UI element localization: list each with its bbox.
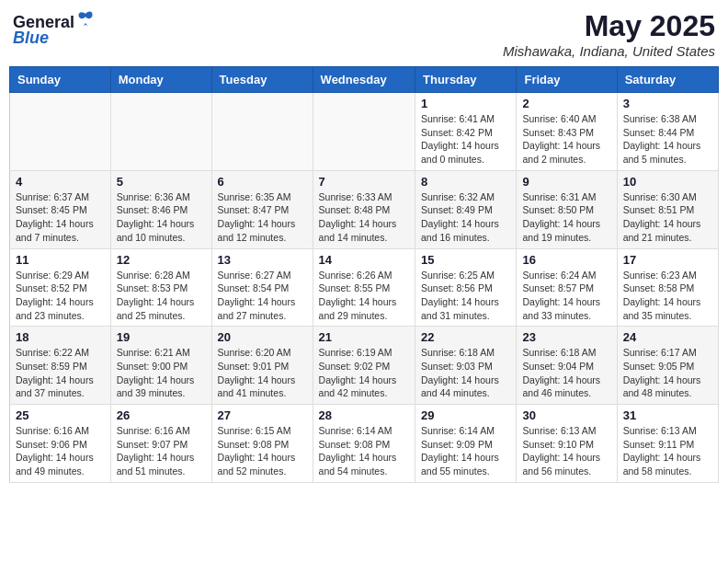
date-number: 24 [623, 330, 712, 344]
month-year-title: May 2025 [503, 9, 715, 43]
day-header-sunday: Sunday [10, 67, 111, 93]
cell-info: Sunrise: 6:13 AM Sunset: 9:10 PM Dayligh… [522, 424, 610, 478]
date-number: 3 [623, 97, 712, 110]
day-header-monday: Monday [110, 67, 211, 93]
calendar-cell: 10Sunrise: 6:30 AM Sunset: 8:51 PM Dayli… [617, 170, 718, 248]
date-number: 1 [421, 97, 510, 110]
date-number: 4 [16, 175, 105, 189]
date-number: 30 [522, 408, 610, 422]
calendar-week-row: 4Sunrise: 6:37 AM Sunset: 8:45 PM Daylig… [10, 170, 719, 248]
calendar-cell [110, 93, 211, 171]
date-number: 19 [117, 330, 206, 344]
cell-info: Sunrise: 6:20 AM Sunset: 9:01 PM Dayligh… [218, 346, 307, 400]
calendar-table: SundayMondayTuesdayWednesdayThursdayFrid… [9, 66, 719, 483]
calendar-cell: 2Sunrise: 6:40 AM Sunset: 8:43 PM Daylig… [517, 93, 617, 171]
date-number: 29 [421, 408, 510, 422]
calendar-cell: 18Sunrise: 6:22 AM Sunset: 8:59 PM Dayli… [10, 327, 111, 405]
date-number: 28 [319, 408, 409, 422]
cell-info: Sunrise: 6:40 AM Sunset: 8:43 PM Dayligh… [522, 112, 610, 167]
date-number: 23 [522, 330, 610, 344]
date-number: 13 [218, 253, 307, 267]
cell-info: Sunrise: 6:37 AM Sunset: 8:45 PM Dayligh… [16, 190, 105, 245]
calendar-cell: 13Sunrise: 6:27 AM Sunset: 8:54 PM Dayli… [211, 248, 313, 327]
calendar-cell: 12Sunrise: 6:28 AM Sunset: 8:53 PM Dayli… [110, 248, 211, 327]
calendar-cell: 17Sunrise: 6:23 AM Sunset: 8:58 PM Dayli… [617, 248, 718, 327]
day-header-friday: Friday [517, 67, 617, 93]
calendar-cell: 14Sunrise: 6:26 AM Sunset: 8:55 PM Dayli… [313, 248, 415, 327]
cell-info: Sunrise: 6:18 AM Sunset: 9:04 PM Dayligh… [522, 346, 610, 400]
day-header-tuesday: Tuesday [211, 67, 313, 93]
calendar-cell: 31Sunrise: 6:13 AM Sunset: 9:11 PM Dayli… [617, 405, 718, 483]
cell-info: Sunrise: 6:22 AM Sunset: 8:59 PM Dayligh… [16, 346, 105, 400]
cell-info: Sunrise: 6:15 AM Sunset: 9:08 PM Dayligh… [218, 424, 307, 478]
cell-info: Sunrise: 6:21 AM Sunset: 9:00 PM Dayligh… [117, 346, 206, 400]
cell-info: Sunrise: 6:16 AM Sunset: 9:07 PM Dayligh… [117, 424, 206, 478]
cell-info: Sunrise: 6:26 AM Sunset: 8:55 PM Dayligh… [319, 269, 409, 323]
calendar-cell [10, 93, 111, 171]
date-number: 26 [117, 408, 206, 422]
date-number: 10 [623, 175, 712, 189]
calendar-cell: 21Sunrise: 6:19 AM Sunset: 9:02 PM Dayli… [313, 327, 415, 405]
date-number: 12 [117, 253, 206, 267]
calendar-cell: 29Sunrise: 6:14 AM Sunset: 9:09 PM Dayli… [415, 405, 517, 483]
cell-info: Sunrise: 6:24 AM Sunset: 8:57 PM Dayligh… [522, 269, 610, 323]
day-header-thursday: Thursday [415, 67, 517, 93]
date-number: 9 [522, 175, 610, 189]
cell-info: Sunrise: 6:28 AM Sunset: 8:53 PM Dayligh… [117, 269, 206, 323]
calendar-cell: 26Sunrise: 6:16 AM Sunset: 9:07 PM Dayli… [110, 405, 211, 483]
cell-info: Sunrise: 6:27 AM Sunset: 8:54 PM Dayligh… [218, 269, 307, 323]
date-number: 14 [319, 253, 409, 267]
cell-info: Sunrise: 6:36 AM Sunset: 8:46 PM Dayligh… [117, 190, 206, 245]
cell-info: Sunrise: 6:18 AM Sunset: 9:03 PM Dayligh… [421, 346, 510, 400]
date-number: 31 [623, 408, 712, 422]
cell-info: Sunrise: 6:13 AM Sunset: 9:11 PM Dayligh… [623, 424, 712, 478]
calendar-cell: 30Sunrise: 6:13 AM Sunset: 9:10 PM Dayli… [517, 405, 617, 483]
cell-info: Sunrise: 6:25 AM Sunset: 8:56 PM Dayligh… [421, 269, 510, 323]
calendar-cell: 24Sunrise: 6:17 AM Sunset: 9:05 PM Dayli… [617, 327, 718, 405]
day-header-wednesday: Wednesday [313, 67, 415, 93]
calendar-cell: 6Sunrise: 6:35 AM Sunset: 8:47 PM Daylig… [211, 170, 313, 248]
date-number: 17 [623, 253, 712, 267]
date-number: 27 [218, 408, 307, 422]
cell-info: Sunrise: 6:29 AM Sunset: 8:52 PM Dayligh… [16, 269, 105, 323]
date-number: 18 [16, 330, 105, 344]
header: General Blue May 2025 Mishawaka, Indiana… [9, 9, 719, 59]
cell-info: Sunrise: 6:38 AM Sunset: 8:44 PM Dayligh… [623, 112, 712, 167]
calendar-cell: 1Sunrise: 6:41 AM Sunset: 8:42 PM Daylig… [415, 93, 517, 171]
calendar-week-row: 1Sunrise: 6:41 AM Sunset: 8:42 PM Daylig… [10, 93, 719, 171]
calendar-cell: 25Sunrise: 6:16 AM Sunset: 9:06 PM Dayli… [10, 405, 111, 483]
cell-info: Sunrise: 6:17 AM Sunset: 9:05 PM Dayligh… [623, 346, 712, 400]
cell-info: Sunrise: 6:41 AM Sunset: 8:42 PM Dayligh… [421, 112, 510, 167]
date-number: 16 [522, 253, 610, 267]
calendar-cell: 4Sunrise: 6:37 AM Sunset: 8:45 PM Daylig… [10, 170, 111, 248]
logo: General Blue [13, 9, 95, 48]
date-number: 22 [421, 330, 510, 344]
cell-info: Sunrise: 6:14 AM Sunset: 9:08 PM Dayligh… [319, 424, 409, 478]
calendar-cell [211, 93, 313, 171]
calendar-cell: 7Sunrise: 6:33 AM Sunset: 8:48 PM Daylig… [313, 170, 415, 248]
date-number: 2 [522, 97, 610, 110]
date-number: 6 [218, 175, 307, 189]
calendar-cell: 5Sunrise: 6:36 AM Sunset: 8:46 PM Daylig… [110, 170, 211, 248]
calendar-cell: 23Sunrise: 6:18 AM Sunset: 9:04 PM Dayli… [517, 327, 617, 405]
calendar-week-row: 11Sunrise: 6:29 AM Sunset: 8:52 PM Dayli… [10, 248, 719, 327]
calendar-week-row: 25Sunrise: 6:16 AM Sunset: 9:06 PM Dayli… [10, 405, 719, 483]
title-area: May 2025 Mishawaka, Indiana, United Stat… [503, 9, 715, 59]
calendar-cell: 22Sunrise: 6:18 AM Sunset: 9:03 PM Dayli… [415, 327, 517, 405]
date-number: 11 [16, 253, 105, 267]
cell-info: Sunrise: 6:35 AM Sunset: 8:47 PM Dayligh… [218, 190, 307, 245]
date-number: 15 [421, 253, 510, 267]
logo-blue-text: Blue [13, 29, 49, 48]
calendar-cell: 20Sunrise: 6:20 AM Sunset: 9:01 PM Dayli… [211, 327, 313, 405]
calendar-cell: 19Sunrise: 6:21 AM Sunset: 9:00 PM Dayli… [110, 327, 211, 405]
calendar-header-row: SundayMondayTuesdayWednesdayThursdayFrid… [10, 67, 719, 93]
cell-info: Sunrise: 6:32 AM Sunset: 8:49 PM Dayligh… [421, 190, 510, 245]
calendar-cell [313, 93, 415, 171]
calendar-week-row: 18Sunrise: 6:22 AM Sunset: 8:59 PM Dayli… [10, 327, 719, 405]
date-number: 7 [319, 175, 409, 189]
date-number: 5 [117, 175, 206, 189]
cell-info: Sunrise: 6:31 AM Sunset: 8:50 PM Dayligh… [522, 190, 610, 245]
calendar-cell: 11Sunrise: 6:29 AM Sunset: 8:52 PM Dayli… [10, 248, 111, 327]
logo-bird-icon [76, 9, 95, 28]
date-number: 8 [421, 175, 510, 189]
